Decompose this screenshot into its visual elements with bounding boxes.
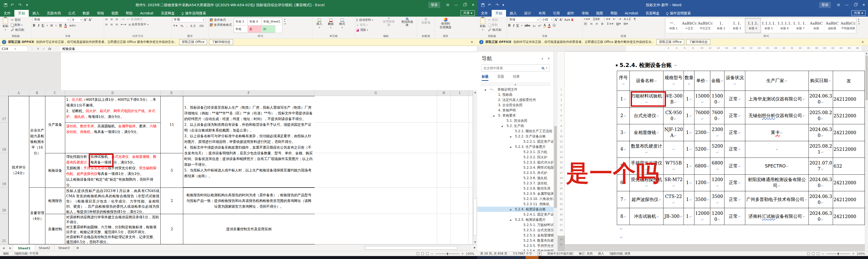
cell-C19[interactable]: 检验设备 [45, 153, 65, 188]
cell-style-常规[interactable]: 常规 [234, 25, 248, 33]
table-cell-name[interactable]: 冲击试验机↵ [630, 208, 663, 225]
table-cell-invoice[interactable]: 24212000 [833, 91, 865, 108]
style-标题 7[interactable]: 1. 1. 1. 1标题 7 [793, 18, 808, 33]
empty-cell[interactable] [451, 96, 469, 122]
nav-item[interactable]: 5.2.3.2. 回火炉 [477, 154, 553, 160]
number-format-select[interactable]: 常规▾ [173, 17, 205, 22]
font-size-select[interactable]: 9▾ [71, 17, 83, 22]
learn-more-button[interactable]: 了解详细信息 [686, 39, 710, 45]
empty-cell[interactable] [469, 96, 473, 122]
table-cell-no[interactable]: 1↵ [617, 91, 630, 108]
nav-item[interactable]: 2. 法定代表人授权委托书 [477, 97, 553, 103]
style-↵正文[interactable]: AaBbCcDdE↵正文 [682, 18, 698, 33]
table-cell-model[interactable]: NJF-120A↵ [663, 124, 684, 141]
word-signin-button[interactable]: 登录 [819, 2, 831, 8]
nav-item[interactable]: 5.2.5.6. 荧光磁粉探伤机 [477, 248, 553, 251]
table-cell-date[interactable]: 2025.08.20↵ [808, 108, 833, 124]
table-cell-amount[interactable]: 76000↵ [710, 108, 724, 124]
restore-icon[interactable] [851, 0, 860, 10]
tell-me-search[interactable]: 操作说明搜索 [663, 10, 694, 17]
table-cell-state[interactable]: 正常↵ [724, 158, 745, 175]
expand-icon[interactable]: ◢ [484, 88, 486, 91]
table-cell-price[interactable]: 3500↵ [694, 191, 710, 208]
table-cell-maker[interactable]: 济南科汇试验设备有限公司↵ [745, 208, 808, 225]
ribbon-tab-设计[interactable]: 设计 [520, 10, 535, 17]
indent-icons[interactable]: ⇤⇥ [121, 23, 126, 26]
cut-button[interactable]: ✂剪切 [488, 18, 501, 22]
ribbon-options-icon[interactable]: ⊟ [834, 0, 843, 10]
decrease-decimal-icon[interactable]: .00 [198, 24, 204, 28]
enclose-character-icon[interactable]: Ⓐ [553, 23, 556, 28]
find-select-button[interactable]: 查找和选择 [398, 17, 416, 27]
nav-item[interactable]: 5.2.3.11. 倒角机 [477, 201, 553, 207]
font-color-icon[interactable]: A [548, 24, 550, 28]
nav-item[interactable]: 5.2.3.10. 六角攻丝机 [477, 196, 553, 201]
align-center-icon[interactable]: ≡ [110, 23, 113, 26]
table-cell-amount[interactable]: 5200↵ [710, 141, 724, 158]
bullets-icon[interactable]: •≡▾ [584, 17, 590, 21]
ribbon-tab-文件[interactable]: 文件 [0, 10, 14, 17]
restore-icon[interactable] [460, 0, 469, 10]
table-cell-qty[interactable]: 1↵ [684, 124, 694, 141]
table-cell-model[interactable]: JB-300↵ [663, 208, 684, 225]
underline-button[interactable]: U [517, 24, 519, 27]
cell-D17[interactable]: 1、压力机（400T及以上得1分，400T以下得0.5分），本项满分1分不兼得。… [65, 96, 161, 123]
align-bottom-icon[interactable]: ≡ [116, 17, 118, 21]
clear-format-icon[interactable]: A̷ [571, 18, 573, 22]
underline-button[interactable]: U [42, 24, 44, 27]
align-right-icon[interactable]: ≡ [595, 22, 598, 26]
change-case-icon[interactable]: Aa▾ [564, 18, 570, 22]
table-cell-model[interactable]: SR-M72↵ [663, 175, 684, 191]
cell-style-常规_Sheet1[interactable]: 常规_Sheet1 [261, 18, 282, 25]
table-cell-date[interactable]: 2024.06.30↵ [808, 91, 833, 108]
style-标题 3[interactable]: 1. 1.标题 3 [729, 18, 745, 33]
table-cell-qty[interactable]: 1↵ [684, 158, 694, 175]
cell-F21[interactable]: 提供质量控制文件及应用实例 [183, 214, 315, 244]
table-cell-invoice[interactable]: 24212000 [833, 208, 865, 225]
row-header-19[interactable]: 19 [0, 153, 8, 188]
table-cell-invoice[interactable]: 24212000 [833, 124, 865, 141]
table-cell-state[interactable]: 正常↵ [724, 91, 745, 108]
numbering-icon[interactable]: 1≡▾ [593, 17, 600, 21]
accounting-format-icon[interactable]: ￥▾ [173, 24, 178, 28]
ribbon-options-icon[interactable]: ⊟ [443, 0, 452, 10]
table-cell-date[interactable]: 2024.06.30↵ [808, 124, 833, 141]
status-language[interactable]: 简体中文(中国大陆) [547, 252, 573, 256]
ribbon-tab-帮助[interactable]: 帮助 [122, 10, 136, 17]
sort-filter-button[interactable]: 排序和筛选 [380, 17, 397, 27]
ribbon-tab-开始[interactable]: 开始 [492, 10, 506, 17]
read-mode-icon[interactable] [807, 252, 810, 255]
decrease-font-icon[interactable]: A˅ [559, 18, 563, 22]
style-不明显强调[interactable]: AaBbCcD不明显强调 [840, 18, 856, 33]
phonetic-icon[interactable]: wén [69, 24, 76, 27]
empty-cell[interactable] [315, 153, 437, 188]
table-cell-amount[interactable]: 12000↵ [710, 208, 724, 225]
cell-E19[interactable]: 5 [160, 153, 183, 188]
nav-close-icon[interactable]: ✕ [548, 57, 550, 60]
excel-vertical-scrollbar[interactable]: ▲ ▼ [473, 90, 477, 244]
style-标题 5[interactable]: 1.1.1.1.标题 5 [761, 18, 777, 33]
table-cell-maker[interactable]: ↵ [745, 141, 808, 158]
align-left-icon[interactable]: ≡ [105, 23, 108, 26]
row-header-18[interactable]: 18 [0, 122, 8, 153]
align-middle-icon[interactable]: ≡ [110, 17, 113, 21]
nav-item[interactable]: 5.2.3.9. 金属带锯床 [477, 191, 553, 196]
nav-item[interactable]: ◢5.2.2. 生产设备台账 [477, 134, 553, 139]
table-cell-maker[interactable]: 无锡创想分析仪器有限公司↵ [745, 108, 808, 124]
cell-E21[interactable]: 2 [160, 214, 183, 244]
empty-cell[interactable] [451, 214, 469, 244]
table-cell-state[interactable]: 正常↵ [724, 175, 745, 191]
ribbon-tab-视图[interactable]: 视图 [592, 10, 607, 17]
table-cell-qty[interactable]: 1↵ [684, 208, 694, 225]
table-cell-date[interactable]: 2021.07.07↵ [808, 158, 833, 175]
shading-icon[interactable]: ▨▾ [616, 22, 621, 26]
column-header-E[interactable]: E [160, 90, 183, 96]
italic-button[interactable]: I [38, 24, 39, 27]
merge-center-button[interactable]: ⧈合并后居中▾ [129, 22, 149, 27]
decrease-indent-icon[interactable]: ⇤ [613, 17, 616, 21]
font-color-icon[interactable]: A [64, 23, 67, 28]
autosum-button[interactable]: Σ自动求和▾ [356, 18, 379, 22]
nav-item[interactable]: 3. 企业营业执照 [477, 103, 553, 108]
empty-cell[interactable] [451, 122, 469, 153]
nav-item[interactable]: 5.2.3.5. 井式炉 [477, 170, 553, 175]
